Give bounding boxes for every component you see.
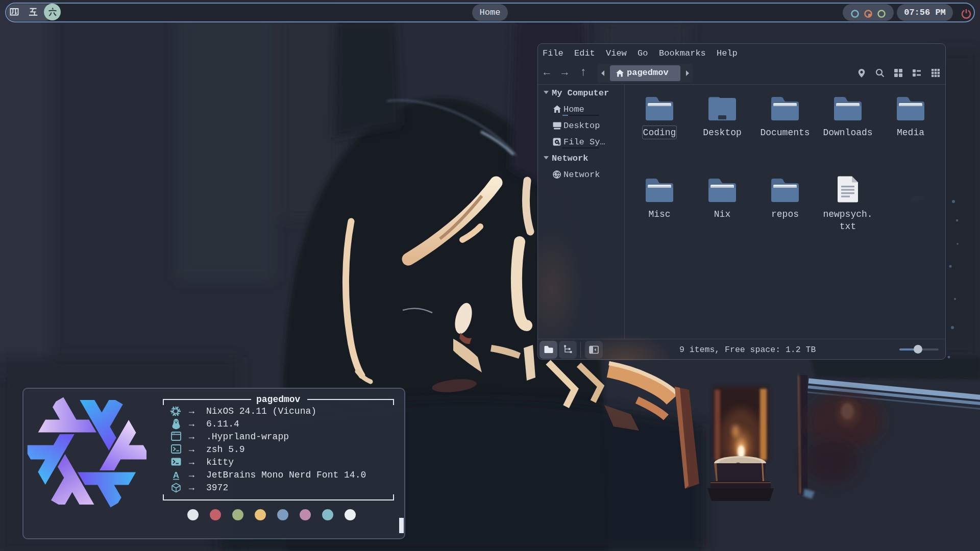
svg-text:A: A — [173, 470, 179, 480]
